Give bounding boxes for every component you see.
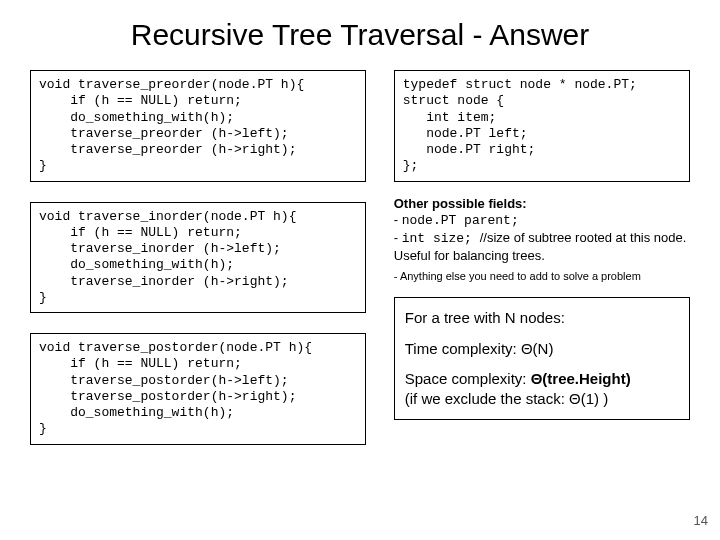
complexity-l1: For a tree with N nodes: <box>405 308 679 328</box>
code-inorder: void traverse_inorder(node.PT h){ if (h … <box>30 202 366 314</box>
spacer2 <box>405 359 679 369</box>
content-columns: void traverse_preorder(node.PT h){ if (h… <box>30 70 690 445</box>
left-column: void traverse_preorder(node.PT h){ if (h… <box>30 70 366 445</box>
fields-l2-code: int size; <box>402 231 480 246</box>
page-number: 14 <box>694 513 708 528</box>
complexity-l3: Space complexity: Θ(tree.Height) <box>405 369 679 389</box>
code-preorder: void traverse_preorder(node.PT h){ if (h… <box>30 70 366 182</box>
fields-line3: - Anything else you need to add to solve… <box>394 269 690 283</box>
slide: Recursive Tree Traversal - Answer void t… <box>0 0 720 540</box>
spacer <box>405 329 679 339</box>
fields-l1-dash: - <box>394 212 402 227</box>
complexity-box: For a tree with N nodes: Time complexity… <box>394 297 690 420</box>
complexity-l2-val: Θ(N) <box>521 340 554 357</box>
page-title: Recursive Tree Traversal - Answer <box>30 18 690 52</box>
complexity-l3-val: Θ(tree.Height) <box>531 370 631 387</box>
complexity-l2: Time complexity: Θ(N) <box>405 339 679 359</box>
code-postorder: void traverse_postorder(node.PT h){ if (… <box>30 333 366 445</box>
complexity-l4: (if we exclude the stack: Θ(1) ) <box>405 389 679 409</box>
fields-line1: - node.PT parent; <box>394 212 690 230</box>
fields-l1-code: node.PT parent; <box>402 213 519 228</box>
complexity-l2-label: Time complexity: <box>405 340 521 357</box>
fields-l3-text: Anything else you need to add to solve a… <box>400 270 641 282</box>
complexity-l3-label: Space complexity: <box>405 370 531 387</box>
fields-line2: - int size; //size of subtree rooted at … <box>394 230 690 265</box>
fields-l2-dash: - <box>394 230 402 245</box>
code-typedef: typedef struct node * node.PT; struct no… <box>394 70 690 182</box>
right-column: typedef struct node * node.PT; struct no… <box>394 70 690 445</box>
other-fields: Other possible fields: - node.PT parent;… <box>394 196 690 284</box>
fields-header: Other possible fields: <box>394 196 690 213</box>
